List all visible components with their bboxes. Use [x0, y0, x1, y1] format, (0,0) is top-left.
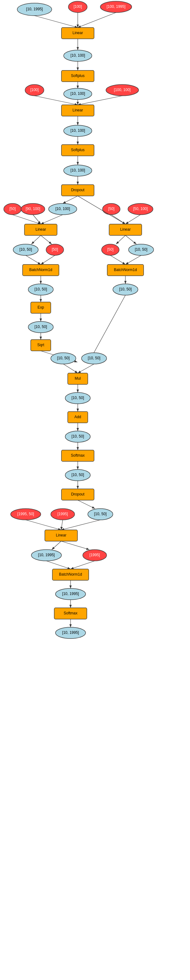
ellipse-10-50-4-label: [10, 50] [35, 325, 47, 329]
input-red-50-4-label: [50] [107, 247, 113, 251]
linear2-label: Linear [72, 108, 83, 112]
svg-line-37 [78, 364, 94, 373]
linear4-label: Linear [120, 227, 131, 232]
input-red-1995-2-label: [1995] [89, 553, 100, 557]
input-red-90-100-label: [90, 100] [26, 207, 40, 211]
linear5-label: Linear [56, 533, 66, 538]
ellipse-10-100-3-label: [10, 100] [70, 128, 85, 133]
ellipse-10-1995-1-label: [10, 1995] [38, 553, 54, 557]
svg-line-21 [31, 235, 41, 244]
softplus1-label: Softplus [71, 73, 85, 78]
input-red-50-1-label: [50] [10, 207, 16, 211]
sqrt-label: Sqrt [37, 343, 45, 347]
ellipse-10-50-10-label: [10, 50] [72, 473, 84, 477]
svg-line-17 [41, 215, 63, 224]
softmax2-label: Softmax [64, 611, 77, 616]
batchnorm1-label: BatchNorm1d [29, 267, 52, 272]
svg-line-45 [26, 520, 61, 530]
input-label-5: [100, 100] [114, 88, 131, 92]
softmax1-label: Softmax [71, 453, 85, 458]
svg-line-19 [111, 215, 125, 224]
batchnorm3-label: BatchNorm1d [59, 572, 82, 576]
ellipse-10-50-6-label: [10, 50] [57, 356, 70, 360]
linear3-label: Linear [35, 227, 46, 232]
input-label-2: [100] [74, 5, 82, 9]
svg-line-24 [125, 235, 136, 244]
svg-line-50 [46, 561, 70, 569]
input-label-1: [10, 1995] [26, 7, 43, 11]
exp-label: Exp [38, 305, 44, 310]
ellipse-10-50-7-label: [10, 50] [88, 356, 100, 360]
input-label-3: [100, 1995] [107, 5, 125, 9]
input-red-1995-label: [1995] [57, 512, 68, 516]
ellipse-10-50-9-label: [10, 50] [72, 434, 84, 439]
dropout1-label: Dropout [71, 188, 85, 192]
svg-line-46 [61, 520, 63, 530]
ellipse-10-100-4-label: [10, 100] [70, 168, 85, 172]
ellipse-10-100-1-label: [10, 100] [70, 53, 85, 57]
input-red-50-2-label: [50] [108, 207, 115, 211]
batchnorm2-label: BatchNorm1d [114, 267, 137, 272]
input-red-50-3-label: [50] [52, 247, 58, 251]
add-label: Add [74, 415, 81, 419]
svg-line-26 [41, 255, 55, 264]
svg-line-28 [125, 255, 141, 264]
ellipse-10-100-5-label: [10, 100] [56, 207, 70, 211]
ellipse-10-50-3-label: [10, 50] [35, 287, 47, 291]
ellipse-10-50-2-label: [10, 50] [135, 247, 147, 251]
input-red-50-100-label: [50, 100] [133, 207, 148, 211]
svg-line-25 [26, 255, 41, 264]
svg-line-3 [78, 13, 116, 27]
svg-line-49 [61, 541, 89, 550]
ellipse-10-50-5-label: [10, 50] [119, 287, 132, 291]
svg-line-23 [116, 235, 125, 244]
svg-line-35 [89, 295, 125, 362]
svg-line-15 [13, 215, 41, 224]
graph-container: [10, 1995] [100] [100, 1995] Linear [10,… [0, 0, 190, 980]
ellipse-10-100-2-label: [10, 100] [70, 91, 85, 96]
softplus2-label: Softplus [71, 148, 85, 152]
svg-line-22 [41, 235, 52, 244]
ellipse-10-50-8-label: [10, 50] [72, 396, 84, 400]
svg-line-1 [35, 16, 78, 27]
svg-line-48 [52, 541, 61, 550]
input-label-4: [100] [30, 88, 39, 92]
ellipse-10-50-11-label: [10, 50] [94, 512, 107, 516]
svg-line-27 [110, 255, 125, 264]
svg-line-51 [70, 561, 95, 569]
ellipse-10-50-1-label: [10, 50] [19, 247, 32, 251]
svg-line-47 [61, 520, 100, 530]
mul-label: Mul [75, 376, 81, 380]
dropout2-label: Dropout [71, 492, 85, 496]
ellipse-10-1995-3-label: [10, 1995] [62, 630, 79, 635]
ellipse-10-1995-2-label: [10, 1995] [62, 592, 79, 596]
svg-line-20 [125, 215, 141, 224]
linear1-label: Linear [72, 31, 83, 35]
input-red-1995-50-label: [1995, 50] [17, 512, 34, 516]
svg-line-14 [63, 196, 78, 204]
svg-line-44 [78, 500, 95, 509]
svg-line-36 [63, 364, 78, 373]
